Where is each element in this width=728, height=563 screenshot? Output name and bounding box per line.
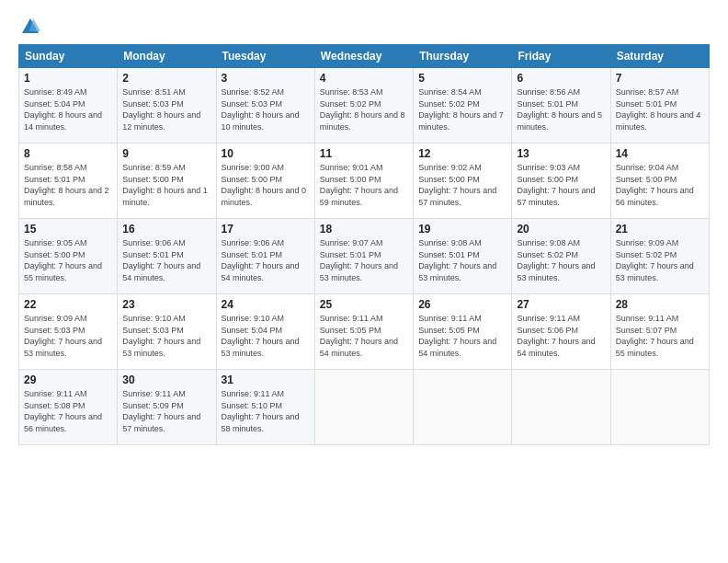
calendar-cell: 5 Sunrise: 8:54 AMSunset: 5:02 PMDayligh…	[414, 68, 512, 144]
day-info: Sunrise: 8:58 AMSunset: 5:01 PMDaylight:…	[24, 163, 109, 207]
day-info: Sunrise: 9:11 AMSunset: 5:10 PMDaylight:…	[222, 389, 300, 433]
day-info: Sunrise: 8:56 AMSunset: 5:01 PMDaylight:…	[517, 87, 602, 132]
day-info: Sunrise: 9:05 AMSunset: 5:00 PMDaylight:…	[24, 238, 102, 282]
day-number: 20	[517, 223, 605, 236]
calendar-cell: 12 Sunrise: 9:02 AMSunset: 5:00 PMDaylig…	[414, 144, 512, 219]
day-number: 22	[24, 298, 112, 311]
col-header-sunday: Sunday	[19, 45, 118, 68]
day-number: 26	[418, 298, 506, 311]
day-info: Sunrise: 9:06 AMSunset: 5:01 PMDaylight:…	[222, 238, 300, 282]
calendar-cell: 13 Sunrise: 9:03 AMSunset: 5:00 PMDaylig…	[512, 144, 610, 219]
calendar-cell: 15 Sunrise: 9:05 AMSunset: 5:00 PMDaylig…	[19, 219, 118, 294]
day-info: Sunrise: 9:11 AMSunset: 5:09 PMDaylight:…	[122, 389, 200, 433]
col-header-thursday: Thursday	[414, 45, 512, 68]
calendar-cell: 21 Sunrise: 9:09 AMSunset: 5:02 PMDaylig…	[610, 219, 709, 294]
day-info: Sunrise: 8:53 AMSunset: 5:02 PMDaylight:…	[320, 87, 405, 132]
calendar-cell: 4 Sunrise: 8:53 AMSunset: 5:02 PMDayligh…	[314, 68, 413, 144]
day-info: Sunrise: 9:08 AMSunset: 5:01 PMDaylight:…	[418, 238, 496, 282]
calendar-cell: 14 Sunrise: 9:04 AMSunset: 5:00 PMDaylig…	[610, 144, 709, 219]
calendar-cell: 29 Sunrise: 9:11 AMSunset: 5:08 PMDaylig…	[19, 370, 118, 445]
calendar-cell: 10 Sunrise: 9:00 AMSunset: 5:00 PMDaylig…	[216, 144, 314, 219]
logo-icon	[20, 17, 40, 37]
day-info: Sunrise: 9:11 AMSunset: 5:07 PMDaylight:…	[616, 314, 694, 358]
day-info: Sunrise: 8:49 AMSunset: 5:04 PMDaylight:…	[24, 87, 102, 132]
calendar-cell: 18 Sunrise: 9:07 AMSunset: 5:01 PMDaylig…	[314, 219, 413, 294]
page: SundayMondayTuesdayWednesdayThursdayFrid…	[0, 0, 728, 563]
day-number: 3	[222, 72, 310, 85]
day-number: 1	[24, 72, 112, 85]
calendar-cell: 26 Sunrise: 9:11 AMSunset: 5:05 PMDaylig…	[414, 294, 512, 370]
calendar-cell: 3 Sunrise: 8:52 AMSunset: 5:03 PMDayligh…	[216, 68, 314, 144]
col-header-monday: Monday	[118, 45, 216, 68]
day-info: Sunrise: 9:07 AMSunset: 5:01 PMDaylight:…	[320, 238, 398, 282]
day-number: 16	[122, 223, 210, 236]
calendar-cell: 24 Sunrise: 9:10 AMSunset: 5:04 PMDaylig…	[216, 294, 314, 370]
day-number: 2	[122, 72, 210, 85]
col-header-saturday: Saturday	[610, 45, 709, 68]
day-info: Sunrise: 9:09 AMSunset: 5:02 PMDaylight:…	[616, 238, 694, 282]
day-number: 6	[517, 72, 605, 85]
day-info: Sunrise: 9:10 AMSunset: 5:04 PMDaylight:…	[222, 314, 300, 358]
day-number: 28	[616, 298, 704, 311]
calendar-cell: 9 Sunrise: 8:59 AMSunset: 5:00 PMDayligh…	[118, 144, 216, 219]
day-number: 4	[320, 72, 408, 85]
week-row-5: 29 Sunrise: 9:11 AMSunset: 5:08 PMDaylig…	[19, 370, 710, 445]
calendar-cell	[512, 370, 610, 445]
day-number: 31	[222, 373, 310, 386]
calendar-cell: 22 Sunrise: 9:09 AMSunset: 5:03 PMDaylig…	[19, 294, 118, 370]
col-header-wednesday: Wednesday	[314, 45, 413, 68]
col-header-tuesday: Tuesday	[216, 45, 314, 68]
week-row-1: 1 Sunrise: 8:49 AMSunset: 5:04 PMDayligh…	[19, 68, 710, 144]
day-info: Sunrise: 8:57 AMSunset: 5:01 PMDaylight:…	[616, 87, 701, 132]
calendar-cell: 16 Sunrise: 9:06 AMSunset: 5:01 PMDaylig…	[118, 219, 216, 294]
day-number: 25	[320, 298, 408, 311]
day-info: Sunrise: 9:09 AMSunset: 5:03 PMDaylight:…	[24, 314, 102, 358]
calendar-cell: 19 Sunrise: 9:08 AMSunset: 5:01 PMDaylig…	[414, 219, 512, 294]
day-number: 7	[616, 72, 704, 85]
calendar-cell: 11 Sunrise: 9:01 AMSunset: 5:00 PMDaylig…	[314, 144, 413, 219]
calendar-cell: 7 Sunrise: 8:57 AMSunset: 5:01 PMDayligh…	[610, 68, 709, 144]
calendar-cell: 31 Sunrise: 9:11 AMSunset: 5:10 PMDaylig…	[216, 370, 314, 445]
calendar-cell: 20 Sunrise: 9:08 AMSunset: 5:02 PMDaylig…	[512, 219, 610, 294]
day-info: Sunrise: 9:11 AMSunset: 5:05 PMDaylight:…	[320, 314, 398, 358]
calendar-table: SundayMondayTuesdayWednesdayThursdayFrid…	[18, 44, 710, 445]
week-row-3: 15 Sunrise: 9:05 AMSunset: 5:00 PMDaylig…	[19, 219, 710, 294]
day-info: Sunrise: 8:52 AMSunset: 5:03 PMDaylight:…	[222, 87, 300, 132]
day-info: Sunrise: 9:03 AMSunset: 5:00 PMDaylight:…	[517, 163, 595, 207]
day-number: 15	[24, 223, 112, 236]
calendar-cell: 30 Sunrise: 9:11 AMSunset: 5:09 PMDaylig…	[118, 370, 216, 445]
day-number: 29	[24, 373, 112, 386]
day-number: 9	[122, 147, 210, 160]
day-number: 10	[222, 147, 310, 160]
calendar-cell: 2 Sunrise: 8:51 AMSunset: 5:03 PMDayligh…	[118, 68, 216, 144]
calendar-cell: 27 Sunrise: 9:11 AMSunset: 5:06 PMDaylig…	[512, 294, 610, 370]
calendar-cell	[314, 370, 413, 445]
day-number: 13	[517, 147, 605, 160]
header-row: SundayMondayTuesdayWednesdayThursdayFrid…	[19, 45, 710, 68]
day-info: Sunrise: 9:04 AMSunset: 5:00 PMDaylight:…	[616, 163, 694, 207]
day-info: Sunrise: 8:51 AMSunset: 5:03 PMDaylight:…	[122, 87, 200, 132]
day-number: 23	[122, 298, 210, 311]
calendar-cell: 25 Sunrise: 9:11 AMSunset: 5:05 PMDaylig…	[314, 294, 413, 370]
day-number: 14	[616, 147, 704, 160]
week-row-2: 8 Sunrise: 8:58 AMSunset: 5:01 PMDayligh…	[19, 144, 710, 219]
day-info: Sunrise: 9:06 AMSunset: 5:01 PMDaylight:…	[122, 238, 200, 282]
day-info: Sunrise: 9:02 AMSunset: 5:00 PMDaylight:…	[418, 163, 496, 207]
day-info: Sunrise: 9:01 AMSunset: 5:00 PMDaylight:…	[320, 163, 398, 207]
day-number: 11	[320, 147, 408, 160]
day-info: Sunrise: 8:59 AMSunset: 5:00 PMDaylight:…	[122, 163, 208, 207]
calendar-cell: 23 Sunrise: 9:10 AMSunset: 5:03 PMDaylig…	[118, 294, 216, 370]
day-number: 24	[222, 298, 310, 311]
day-info: Sunrise: 9:11 AMSunset: 5:06 PMDaylight:…	[517, 314, 595, 358]
day-number: 21	[616, 223, 704, 236]
day-number: 18	[320, 223, 408, 236]
col-header-friday: Friday	[512, 45, 610, 68]
day-number: 27	[517, 298, 605, 311]
day-info: Sunrise: 9:10 AMSunset: 5:03 PMDaylight:…	[122, 314, 200, 358]
calendar-cell: 8 Sunrise: 8:58 AMSunset: 5:01 PMDayligh…	[19, 144, 118, 219]
calendar-cell	[610, 370, 709, 445]
day-info: Sunrise: 9:08 AMSunset: 5:02 PMDaylight:…	[517, 238, 595, 282]
day-number: 8	[24, 147, 112, 160]
calendar-cell: 6 Sunrise: 8:56 AMSunset: 5:01 PMDayligh…	[512, 68, 610, 144]
calendar-cell: 28 Sunrise: 9:11 AMSunset: 5:07 PMDaylig…	[610, 294, 709, 370]
